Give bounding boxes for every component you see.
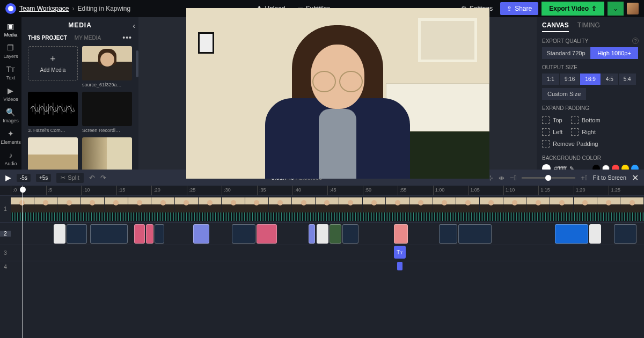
swatch-white[interactable]: [602, 165, 610, 170]
media-tab-this-project[interactable]: THIS PROJECT: [28, 35, 67, 41]
timeline-clip[interactable]: [397, 262, 402, 270]
tab-text[interactable]: TᴛText: [6, 64, 16, 80]
timeline-track[interactable]: 3 Tᴛ: [0, 245, 644, 261]
timeline-clip[interactable]: [134, 224, 145, 244]
magnet-button[interactable]: ⇹: [499, 174, 504, 182]
tab-layers[interactable]: ❐Layers: [3, 43, 18, 59]
section-background-color: BACKGROUND COLOR: [542, 155, 639, 161]
quality-toggle: Standard 720p High 1080p+: [542, 47, 639, 59]
redo-button[interactable]: ↷: [100, 174, 106, 182]
swatch-black[interactable]: [592, 165, 600, 170]
play-button[interactable]: ▶: [5, 173, 11, 182]
zoom-slider[interactable]: [522, 177, 575, 179]
help-icon[interactable]: ?: [632, 38, 639, 44]
ratio-1-1[interactable]: 1:1: [542, 74, 560, 85]
swatch-blue[interactable]: [631, 165, 639, 170]
timeline-clip[interactable]: [589, 224, 601, 244]
custom-size-button[interactable]: Custom Size: [542, 88, 586, 100]
swatch-red[interactable]: [612, 165, 619, 170]
timeline-clip[interactable]: [458, 224, 492, 244]
clip-thumbnail: [480, 197, 503, 212]
quality-standard[interactable]: Standard 720p: [542, 47, 590, 59]
timeline-clip[interactable]: [342, 224, 358, 244]
zoom-out-button[interactable]: −⃝: [510, 174, 516, 182]
timeline-clip[interactable]: [146, 224, 153, 244]
pad-right[interactable]: Right: [571, 126, 596, 138]
fit-to-screen-button[interactable]: Fit to Screen: [593, 174, 626, 181]
media-tab-my-media[interactable]: MY MEDIA: [75, 35, 101, 41]
timeline-clip[interactable]: [257, 224, 277, 244]
slider-knob[interactable]: [545, 175, 551, 181]
ratio-5-4[interactable]: 5:4: [619, 74, 636, 85]
add-media-button[interactable]: +Add Media: [28, 46, 78, 87]
swatch-yellow[interactable]: [621, 165, 629, 170]
media-more-button[interactable]: •••: [122, 33, 132, 42]
timeline-track[interactable]: 2: [0, 222, 644, 245]
timeline-track[interactable]: 4: [0, 261, 644, 273]
app-logo[interactable]: [5, 3, 16, 14]
timeline-clip[interactable]: [555, 224, 588, 244]
timeline-clip[interactable]: [67, 224, 87, 244]
timeline-clip[interactable]: [614, 224, 636, 244]
tab-canvas[interactable]: CANVAS: [542, 21, 569, 32]
export-button[interactable]: Export Video ⇧: [541, 2, 604, 16]
timeline-track[interactable]: 1: [0, 195, 644, 222]
export-dropdown-button[interactable]: ⌄: [608, 2, 624, 16]
pad-top[interactable]: Top: [542, 114, 562, 126]
timeline-clip[interactable]: [330, 224, 341, 244]
quality-high[interactable]: High 1080p+: [590, 47, 639, 59]
checkbox-icon: [571, 116, 579, 124]
media-item[interactable]: kuwv3ucs: [82, 137, 132, 170]
tab-images[interactable]: 🔍Images: [3, 107, 19, 123]
tab-elements[interactable]: ✦Elements: [1, 129, 21, 145]
timeline-clip[interactable]: [193, 224, 209, 244]
videos-icon: ▶: [6, 86, 16, 95]
avatar[interactable]: [627, 3, 639, 14]
clip-thumbnail: [269, 197, 292, 212]
text-clip[interactable]: Tᴛ: [394, 246, 406, 259]
timeline-clip[interactable]: [90, 224, 128, 244]
media-item[interactable]: source_61f329a…: [82, 46, 132, 87]
timeline-clip[interactable]: [54, 224, 65, 244]
video-preview[interactable]: [186, 8, 489, 179]
breadcrumb-workspace[interactable]: Team Workspace: [19, 5, 69, 12]
media-item[interactable]: Screen Recordi…: [28, 137, 78, 170]
tab-audio[interactable]: ♪Audio: [4, 150, 17, 166]
timeline-clip[interactable]: [309, 224, 315, 244]
video-clip[interactable]: [11, 197, 644, 221]
tab-timing[interactable]: TIMING: [577, 21, 600, 32]
zoom-in-button[interactable]: +⃝: [581, 174, 587, 182]
ruler-tick: :0: [11, 186, 17, 195]
timeline-ruler[interactable]: :0:5:10:15:20:25:30:35:40:45:50:551:001:…: [0, 186, 644, 195]
media-item[interactable]: 3. Hazel's Com…: [28, 92, 78, 133]
playhead[interactable]: [23, 186, 23, 338]
media-item[interactable]: Screen Recordi…: [82, 92, 132, 133]
undo-button[interactable]: ↶: [89, 174, 95, 182]
tab-media[interactable]: ▣Media: [4, 21, 18, 38]
pad-left[interactable]: Left: [542, 126, 562, 138]
scrollbar[interactable]: [136, 50, 138, 77]
canvas[interactable]: [138, 17, 537, 170]
timeline-clip[interactable]: [439, 224, 457, 244]
color-hex[interactable]: #ffffff: [554, 165, 566, 170]
timeline-clip[interactable]: [232, 224, 255, 244]
timeline-clip[interactable]: [394, 224, 408, 244]
ratio-16-9[interactable]: 16:9: [580, 74, 601, 85]
skip-forward-button[interactable]: +5s: [36, 174, 51, 182]
skip-back-button[interactable]: -5s: [17, 174, 31, 182]
current-color-swatch[interactable]: [542, 164, 551, 170]
pad-bottom[interactable]: Bottom: [571, 114, 601, 126]
timeline[interactable]: :0:5:10:15:20:25:30:35:40:45:50:551:001:…: [0, 186, 644, 338]
tab-videos[interactable]: ▶Videos: [3, 86, 18, 102]
close-timeline-button[interactable]: ✕: [632, 173, 639, 183]
ratio-9-16[interactable]: 9:16: [560, 74, 580, 85]
timeline-clip[interactable]: [155, 224, 164, 244]
split-button[interactable]: ✂Split: [56, 173, 83, 183]
eyedropper-icon[interactable]: ✎: [569, 165, 577, 170]
collapse-panel-button[interactable]: ‹: [133, 21, 135, 30]
share-button[interactable]: ⇪ Share: [500, 2, 538, 15]
remove-padding[interactable]: Remove Padding: [542, 138, 639, 150]
waveform-icon: [31, 99, 76, 119]
timeline-clip[interactable]: [317, 224, 328, 244]
ratio-4-5[interactable]: 4:5: [601, 74, 619, 85]
